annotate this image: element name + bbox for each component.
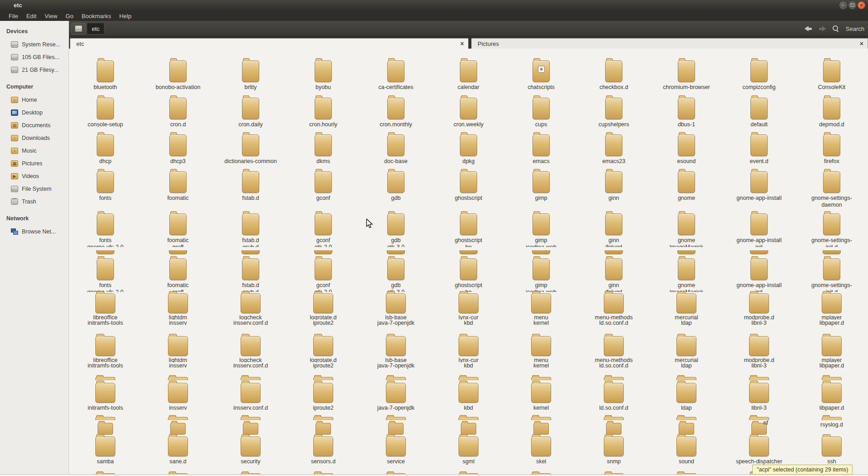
tab-pictures[interactable]: Pictures ×: [471, 38, 868, 49]
folder-item[interactable]: menu-methodsld.so.conf.d: [577, 291, 650, 334]
sidebar-item-music[interactable]: ♪Music: [0, 144, 69, 157]
folder-item[interactable]: lsb-basejava-7-openjdk: [360, 291, 432, 334]
sidebar-item-pictures[interactable]: ▦Pictures: [0, 157, 69, 170]
sidebar-item-browse-net[interactable]: Browse Net...: [0, 225, 69, 238]
root-drive-button[interactable]: [71, 23, 86, 35]
folder-item[interactable]: gnome-settings-daemon: [795, 169, 868, 212]
folder-item[interactable]: skel: [505, 434, 577, 474]
folder-item[interactable]: menukernel: [505, 333, 577, 377]
folder-item[interactable]: gnome-app-installinit: [723, 211, 795, 254]
maximize-button[interactable]: [848, 1, 856, 9]
folder-item[interactable]: insserv: [142, 375, 214, 418]
folder-item[interactable]: service: [360, 434, 432, 474]
folder-item[interactable]: libreofficeinitramfs-tools: [69, 291, 142, 334]
folder-item[interactable]: menukernel: [505, 291, 577, 334]
folder-item[interactable]: mplayerlibpaper.d: [795, 333, 868, 377]
folder-item[interactable]: gimp: [505, 169, 577, 212]
folder-item[interactable]: gimpicedtea-web: [505, 211, 577, 254]
folder-item[interactable]: snmp: [577, 434, 650, 474]
path-button-etc[interactable]: etc: [87, 23, 104, 35]
folder-item[interactable]: gnome-app-install: [723, 169, 795, 212]
sidebar-item-desktop[interactable]: Desktop: [0, 106, 69, 119]
folder-item[interactable]: java-7-openjdk: [360, 375, 432, 418]
folder-item[interactable]: sensors.d: [287, 434, 360, 474]
folder-item[interactable]: lightdminsserv: [142, 291, 214, 334]
tab-close-icon[interactable]: ×: [860, 39, 863, 48]
folder-item[interactable]: fstab.dgrub.d: [214, 211, 287, 254]
folder-item[interactable]: gdb: [360, 169, 432, 212]
folder-item[interactable]: ginnifplugd: [577, 250, 650, 294]
folder-item[interactable]: modprobe.dlibnl-3: [723, 291, 795, 334]
folder-item[interactable]: fonts: [69, 169, 142, 212]
folder-item[interactable]: lynx-curkbd: [432, 333, 505, 377]
folder-item[interactable]: libpaper.d: [795, 375, 868, 418]
close-button[interactable]: ×: [858, 1, 865, 9]
folder-item[interactable]: logrotate.diproute2: [287, 291, 360, 334]
folder-item[interactable]: gnome-settings-init.d: [795, 211, 868, 254]
folder-item[interactable]: libnl-3: [723, 375, 795, 418]
folder-item[interactable]: initramfs-tools: [69, 375, 142, 418]
folder-item[interactable]: libreofficeinitramfs-tools: [69, 333, 142, 377]
folder-item[interactable]: sound: [650, 434, 723, 474]
folder-item[interactable]: menu-methodsld.so.conf.d: [577, 333, 650, 377]
folder-item[interactable]: ghostscripthp: [432, 211, 505, 254]
sidebar-item-videos[interactable]: ▶Videos: [0, 170, 69, 183]
menu-bookmarks[interactable]: Bookmarks: [78, 11, 115, 21]
folder-item[interactable]: foomatic: [142, 169, 214, 212]
folder-item[interactable]: lynx-curkbd: [432, 291, 505, 334]
folder-item[interactable]: gdbgtk-3.0: [360, 250, 432, 294]
folder-item[interactable]: gimpicedtea-web: [505, 250, 577, 294]
sidebar-item-documents[interactable]: ▤Documents: [0, 119, 69, 132]
menu-edit[interactable]: Edit: [22, 11, 40, 21]
folder-item[interactable]: fstab.d: [214, 169, 287, 212]
sidebar-item-file-system[interactable]: File System: [0, 183, 69, 195]
sidebar-item-21-gb-filesy[interactable]: 21 GB Filesy...: [0, 64, 69, 76]
folder-item[interactable]: samba: [69, 434, 142, 474]
folder-item[interactable]: gnomeImageMagick: [650, 250, 723, 294]
folder-item[interactable]: sane.d: [142, 434, 214, 474]
minimize-button[interactable]: −: [839, 1, 847, 9]
tab-close-icon[interactable]: ×: [460, 39, 464, 48]
folder-item[interactable]: foomaticgroff: [142, 211, 214, 254]
folder-item[interactable]: lightdminsserv: [142, 333, 214, 377]
folder-item[interactable]: security: [214, 434, 287, 474]
folder-item[interactable]: ghostscript: [432, 169, 505, 212]
folder-item[interactable]: logcheckinsserv.conf.d: [214, 291, 287, 334]
folder-item[interactable]: logcheckinsserv.conf.d: [214, 333, 287, 377]
folder-item[interactable]: gconfgtk-2.0: [287, 250, 360, 294]
menu-view[interactable]: View: [40, 11, 61, 21]
folder-item[interactable]: gnome: [650, 169, 723, 212]
folder-item[interactable]: gconf: [287, 169, 360, 212]
folder-item[interactable]: ghostscripthp: [432, 250, 505, 294]
folder-item[interactable]: ld.so.conf.d: [577, 375, 650, 418]
folder-item[interactable]: logrotate.diproute2: [287, 333, 360, 377]
folder-item[interactable]: fstab.dgrub.d: [214, 250, 287, 294]
folder-item[interactable]: gdbgtk-3.0: [360, 211, 432, 254]
folder-item[interactable]: fontsgnome-vfs-2.0: [69, 211, 142, 254]
folder-item[interactable]: kbd: [432, 375, 505, 418]
menu-help[interactable]: Help: [115, 11, 136, 21]
folder-item[interactable]: kernel: [505, 375, 577, 418]
folder-item[interactable]: mplayerlibpaper.d: [795, 291, 868, 334]
folder-item[interactable]: mercurialldap: [650, 333, 723, 377]
folder-item[interactable]: gnomeImageMagick: [650, 211, 723, 254]
folder-item[interactable]: insserv.conf.d: [214, 375, 287, 418]
folder-item[interactable]: modprobe.dlibnl-3: [723, 333, 795, 377]
folder-item[interactable]: mercurialldap: [650, 291, 723, 334]
search-icon[interactable]: [833, 25, 839, 32]
folder-item[interactable]: foomaticgroff: [142, 250, 214, 294]
forward-arrow-icon[interactable]: [819, 26, 826, 31]
search-label[interactable]: Search: [846, 25, 864, 32]
folder-item[interactable]: sgml: [432, 434, 505, 474]
menu-file[interactable]: File: [5, 11, 22, 21]
folder-item[interactable]: ginnifplugd: [577, 211, 650, 254]
folder-item[interactable]: gnome-app-installinit: [723, 250, 795, 294]
folder-item[interactable]: gconfgtk-2.0: [287, 211, 360, 254]
back-arrow-icon[interactable]: [804, 26, 812, 31]
folder-item[interactable]: ginn: [577, 169, 650, 212]
sidebar-item-downloads[interactable]: ↓Downloads: [0, 132, 69, 144]
folder-item[interactable]: lsb-basejava-7-openjdk: [360, 333, 432, 377]
sidebar-item-trash[interactable]: Trash: [0, 195, 69, 208]
folder-item[interactable]: ldap: [650, 375, 723, 418]
folder-item[interactable]: iproute2: [287, 375, 360, 418]
